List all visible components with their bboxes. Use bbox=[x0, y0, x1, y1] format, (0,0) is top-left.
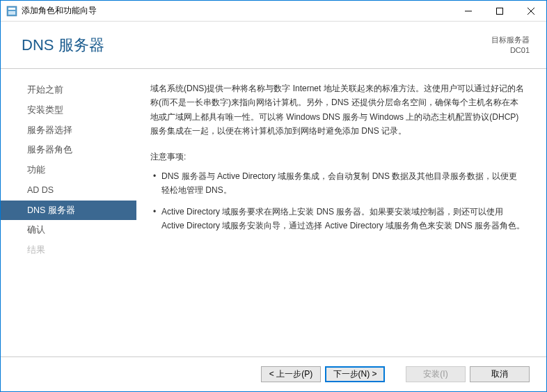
maximize-button[interactable] bbox=[484, 1, 515, 21]
nav-before-begin[interactable]: 开始之前 bbox=[1, 80, 136, 100]
notes-heading: 注意事项: bbox=[150, 150, 525, 164]
nav-install-type[interactable]: 安装类型 bbox=[1, 100, 136, 120]
nav-dns-server[interactable]: DNS 服务器 bbox=[1, 201, 136, 221]
footer: < 上一步(P) 下一步(N) > 安装(I) 取消 bbox=[1, 356, 546, 391]
sidebar: 开始之前 安装类型 服务器选择 服务器角色 功能 AD DS DNS 服务器 确… bbox=[1, 69, 136, 356]
content: 开始之前 安装类型 服务器选择 服务器角色 功能 AD DS DNS 服务器 确… bbox=[1, 69, 546, 356]
svg-rect-2 bbox=[8, 11, 15, 15]
nav-confirmation[interactable]: 确认 bbox=[1, 220, 136, 240]
window-controls bbox=[452, 1, 546, 21]
next-button[interactable]: 下一步(N) > bbox=[325, 366, 385, 382]
target-name: DC01 bbox=[491, 45, 530, 55]
notes-list: DNS 服务器与 Active Directory 域服务集成，会自动复制 DN… bbox=[150, 169, 525, 233]
nav-server-roles[interactable]: 服务器角色 bbox=[1, 140, 136, 160]
nav-server-selection[interactable]: 服务器选择 bbox=[1, 120, 136, 141]
minimize-button[interactable] bbox=[452, 1, 484, 21]
window-title: 添加角色和功能向导 bbox=[22, 5, 452, 17]
svg-rect-1 bbox=[8, 8, 15, 10]
description-text: 域名系统(DNS)提供一种将名称与数字 Internet 地址关联起来的标准方法… bbox=[150, 81, 525, 139]
main-pane: 域名系统(DNS)提供一种将名称与数字 Internet 地址关联起来的标准方法… bbox=[136, 69, 546, 356]
page-title: DNS 服务器 bbox=[22, 35, 491, 56]
wizard-icon bbox=[6, 6, 17, 17]
close-button[interactable] bbox=[515, 1, 546, 21]
nav-features[interactable]: 功能 bbox=[1, 160, 136, 180]
note-item: DNS 服务器与 Active Directory 域服务集成，会自动复制 DN… bbox=[153, 169, 525, 198]
target-label: 目标服务器 bbox=[491, 35, 530, 45]
nav-results: 结果 bbox=[1, 240, 136, 260]
cancel-button[interactable]: 取消 bbox=[470, 366, 530, 382]
header: DNS 服务器 目标服务器 DC01 bbox=[1, 22, 546, 69]
nav-ad-ds[interactable]: AD DS bbox=[1, 180, 136, 201]
install-button: 安装(I) bbox=[406, 366, 466, 382]
target-info: 目标服务器 DC01 bbox=[491, 35, 530, 55]
titlebar: 添加角色和功能向导 bbox=[1, 1, 546, 22]
note-item: Active Directory 域服务要求在网络上安装 DNS 服务器。如果要… bbox=[153, 205, 525, 233]
previous-button[interactable]: < 上一步(P) bbox=[261, 366, 321, 382]
svg-rect-4 bbox=[496, 8, 502, 14]
